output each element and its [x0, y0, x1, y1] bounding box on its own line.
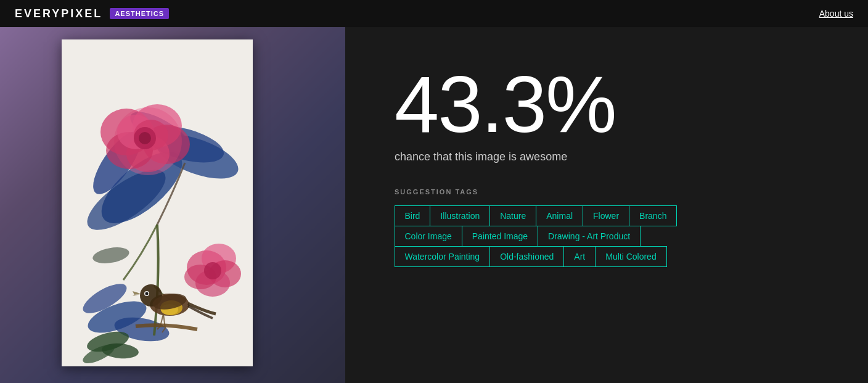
logo: EVERYPIXEL — [15, 7, 102, 20]
about-us-link[interactable]: About us — [819, 9, 853, 19]
suggestion-tags-label: SUGGESTION TAGS — [395, 188, 819, 196]
tag-old-fashioned[interactable]: Old-fashioned — [489, 246, 564, 267]
tag-painted-image[interactable]: Painted Image — [462, 226, 538, 247]
tags-container: Bird Illustration Nature Animal Flower B… — [395, 205, 819, 266]
aesthetics-badge: AESTHETICS — [110, 8, 169, 19]
svg-point-31 — [145, 292, 149, 295]
score-value: 43.3% — [395, 64, 819, 144]
tag-branch[interactable]: Branch — [629, 205, 677, 226]
header-left: EVERYPIXEL AESTHETICS — [15, 7, 169, 20]
tag-bird[interactable]: Bird — [395, 205, 431, 226]
tag-watercolor-painting[interactable]: Watercolor Painting — [395, 246, 491, 267]
image-panel — [0, 27, 345, 383]
tags-row-1: Bird Illustration Nature Animal Flower B… — [395, 205, 677, 226]
svg-point-19 — [139, 132, 151, 144]
tag-drawing-art-product[interactable]: Drawing - Art Product — [538, 226, 641, 247]
painting-container — [62, 39, 253, 366]
tag-multi-colored[interactable]: Multi Colored — [595, 246, 666, 267]
tag-color-image[interactable]: Color Image — [395, 226, 462, 247]
results-panel: 43.3% chance that this image is awesome … — [345, 27, 868, 383]
tag-animal[interactable]: Animal — [536, 205, 583, 226]
painting-image — [62, 39, 253, 366]
tag-illustration[interactable]: Illustration — [430, 205, 490, 226]
svg-point-25 — [204, 262, 221, 279]
tag-nature[interactable]: Nature — [489, 205, 536, 226]
tag-flower[interactable]: Flower — [583, 205, 629, 226]
tags-row-3: Watercolor Painting Old-fashioned Art Mu… — [395, 246, 666, 266]
tag-art[interactable]: Art — [563, 246, 596, 267]
score-description: chance that this image is awesome — [395, 150, 819, 163]
svg-rect-0 — [62, 39, 253, 366]
main-content: 43.3% chance that this image is awesome … — [0, 27, 868, 383]
tags-row-2: Color Image Painted Image Drawing - Art … — [395, 226, 641, 246]
header: EVERYPIXEL AESTHETICS About us — [0, 0, 868, 27]
